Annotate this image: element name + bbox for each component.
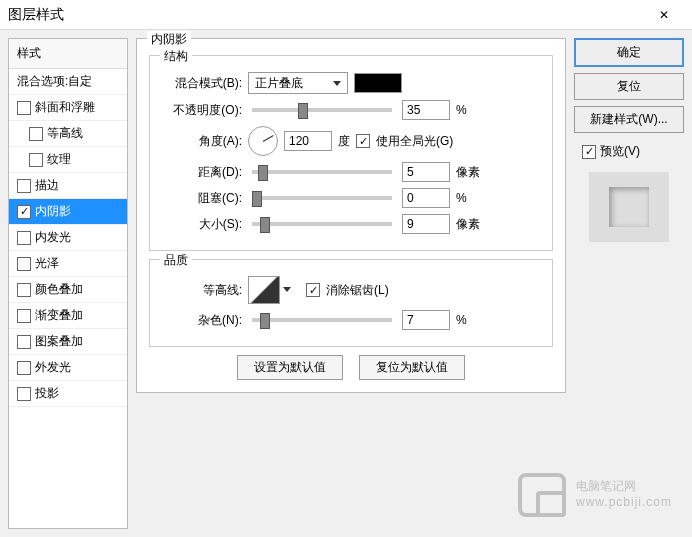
choke-label: 阻塞(C): xyxy=(162,190,242,207)
style-checkbox[interactable] xyxy=(17,257,31,271)
watermark-icon xyxy=(518,473,566,517)
default-buttons: 设置为默认值 复位为默认值 xyxy=(149,355,553,380)
distance-input[interactable] xyxy=(402,162,450,182)
style-checkbox[interactable] xyxy=(17,309,31,323)
contour-picker[interactable] xyxy=(248,276,280,304)
preview-checkbox[interactable] xyxy=(582,145,596,159)
noise-input[interactable] xyxy=(402,310,450,330)
watermark-text: 电脑笔记网 www.pcbiji.com xyxy=(576,479,672,510)
style-checkbox[interactable] xyxy=(17,361,31,375)
blend-mode-label: 混合模式(B): xyxy=(162,75,242,92)
style-label: 投影 xyxy=(35,385,59,402)
preview-box xyxy=(589,172,669,242)
size-input[interactable] xyxy=(402,214,450,234)
opacity-row: 不透明度(O): % xyxy=(162,100,540,120)
size-row: 大小(S): 像素 xyxy=(162,214,540,234)
style-item[interactable]: 图案叠加 xyxy=(9,329,127,355)
style-item[interactable]: 内发光 xyxy=(9,225,127,251)
opacity-label: 不透明度(O): xyxy=(162,102,242,119)
center-panel: 内阴影 结构 混合模式(B): 正片叠底 不透明度(O): % xyxy=(136,38,566,529)
style-label: 内阴影 xyxy=(35,203,71,220)
style-label: 渐变叠加 xyxy=(35,307,83,324)
window-title: 图层样式 xyxy=(8,6,644,24)
style-checkbox[interactable] xyxy=(17,101,31,115)
style-item[interactable]: 颜色叠加 xyxy=(9,277,127,303)
opacity-input[interactable] xyxy=(402,100,450,120)
reset-default-button[interactable]: 复位为默认值 xyxy=(359,355,465,380)
style-list: 斜面和浮雕等高线纹理描边内阴影内发光光泽颜色叠加渐变叠加图案叠加外发光投影 xyxy=(9,95,127,407)
style-item[interactable]: 外发光 xyxy=(9,355,127,381)
noise-label: 杂色(N): xyxy=(162,312,242,329)
style-checkbox[interactable] xyxy=(17,231,31,245)
noise-row: 杂色(N): % xyxy=(162,310,540,330)
structure-group: 结构 混合模式(B): 正片叠底 不透明度(O): % 角度(A): xyxy=(149,55,553,251)
style-label: 光泽 xyxy=(35,255,59,272)
style-label: 内发光 xyxy=(35,229,71,246)
style-checkbox[interactable] xyxy=(17,205,31,219)
contour-label: 等高线: xyxy=(162,282,242,299)
color-swatch[interactable] xyxy=(354,73,402,93)
angle-dial[interactable] xyxy=(248,126,278,156)
noise-unit: % xyxy=(456,313,467,327)
opacity-slider[interactable] xyxy=(252,108,392,112)
watermark-line2: www.pcbiji.com xyxy=(576,495,672,511)
blend-mode-select[interactable]: 正片叠底 xyxy=(248,72,348,94)
blend-mode-row: 混合模式(B): 正片叠底 xyxy=(162,72,540,94)
choke-slider[interactable] xyxy=(252,196,392,200)
new-style-button[interactable]: 新建样式(W)... xyxy=(574,106,684,133)
watermark-line1: 电脑笔记网 xyxy=(576,479,672,495)
style-checkbox[interactable] xyxy=(17,179,31,193)
style-item[interactable]: 渐变叠加 xyxy=(9,303,127,329)
global-light-label: 使用全局光(G) xyxy=(376,133,453,150)
angle-input[interactable] xyxy=(284,131,332,151)
blend-mode-value: 正片叠底 xyxy=(255,75,303,92)
effect-fieldset: 内阴影 结构 混合模式(B): 正片叠底 不透明度(O): % xyxy=(136,38,566,393)
cancel-button[interactable]: 复位 xyxy=(574,73,684,100)
style-checkbox[interactable] xyxy=(17,387,31,401)
close-button[interactable]: ✕ xyxy=(644,1,684,29)
choke-input[interactable] xyxy=(402,188,450,208)
style-label: 等高线 xyxy=(47,125,83,142)
angle-unit: 度 xyxy=(338,133,350,150)
style-item[interactable]: 光泽 xyxy=(9,251,127,277)
style-checkbox[interactable] xyxy=(29,127,43,141)
size-unit: 像素 xyxy=(456,216,480,233)
choke-row: 阻塞(C): % xyxy=(162,188,540,208)
global-light-checkbox[interactable] xyxy=(356,134,370,148)
style-item[interactable]: 斜面和浮雕 xyxy=(9,95,127,121)
structure-legend: 结构 xyxy=(160,48,192,65)
choke-unit: % xyxy=(456,191,467,205)
right-panel: 确定 复位 新建样式(W)... 预览(V) xyxy=(574,38,684,529)
style-label: 图案叠加 xyxy=(35,333,83,350)
ok-button[interactable]: 确定 xyxy=(574,38,684,67)
style-label: 描边 xyxy=(35,177,59,194)
size-label: 大小(S): xyxy=(162,216,242,233)
distance-slider[interactable] xyxy=(252,170,392,174)
style-checkbox[interactable] xyxy=(17,283,31,297)
make-default-button[interactable]: 设置为默认值 xyxy=(237,355,343,380)
main-content: 样式 混合选项:自定 斜面和浮雕等高线纹理描边内阴影内发光光泽颜色叠加渐变叠加图… xyxy=(0,30,692,537)
quality-group: 品质 等高线: 消除锯齿(L) 杂色(N): % xyxy=(149,259,553,347)
style-checkbox[interactable] xyxy=(17,335,31,349)
style-label: 外发光 xyxy=(35,359,71,376)
preview-row: 预览(V) xyxy=(574,143,684,160)
style-item[interactable]: 纹理 xyxy=(9,147,127,173)
style-item[interactable]: 描边 xyxy=(9,173,127,199)
quality-legend: 品质 xyxy=(160,252,192,269)
antialias-checkbox[interactable] xyxy=(306,283,320,297)
size-slider[interactable] xyxy=(252,222,392,226)
style-label: 颜色叠加 xyxy=(35,281,83,298)
styles-header: 样式 xyxy=(9,39,127,69)
styles-panel: 样式 混合选项:自定 斜面和浮雕等高线纹理描边内阴影内发光光泽颜色叠加渐变叠加图… xyxy=(8,38,128,529)
antialias-label: 消除锯齿(L) xyxy=(326,282,389,299)
style-checkbox[interactable] xyxy=(29,153,43,167)
preview-label: 预览(V) xyxy=(600,143,640,160)
style-item[interactable]: 内阴影 xyxy=(9,199,127,225)
style-item[interactable]: 等高线 xyxy=(9,121,127,147)
noise-slider[interactable] xyxy=(252,318,392,322)
angle-row: 角度(A): 度 使用全局光(G) xyxy=(162,126,540,156)
style-label: 纹理 xyxy=(47,151,71,168)
blend-options-item[interactable]: 混合选项:自定 xyxy=(9,69,127,95)
style-item[interactable]: 投影 xyxy=(9,381,127,407)
title-bar: 图层样式 ✕ xyxy=(0,0,692,30)
